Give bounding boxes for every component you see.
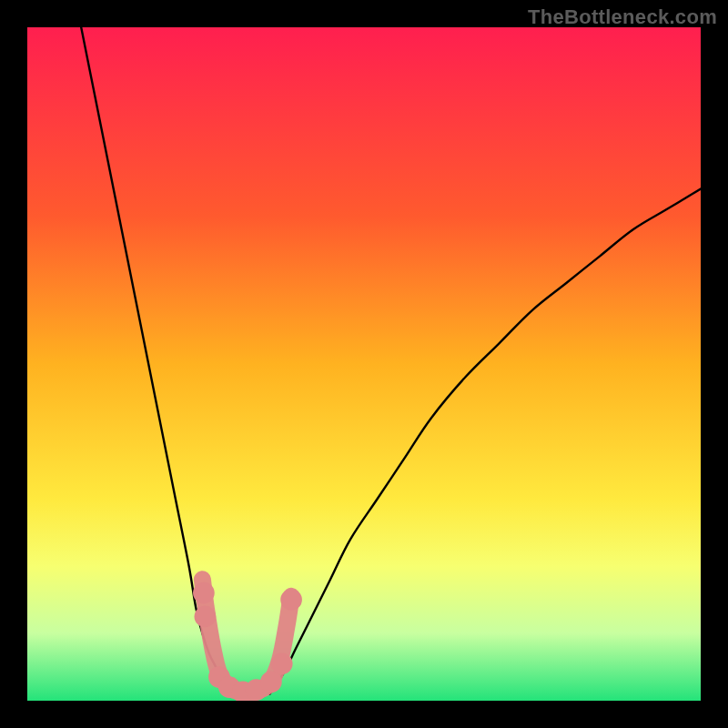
chart-svg	[27, 27, 701, 701]
trough-dot-0	[193, 582, 215, 604]
trough-dot-8	[280, 589, 302, 611]
gradient-background	[27, 27, 701, 701]
watermark-text: TheBottleneck.com	[528, 5, 717, 29]
trough-dot-7	[271, 652, 293, 674]
plot-area	[27, 27, 701, 701]
trough-dot-6	[260, 671, 282, 693]
trough-dot-1	[195, 606, 217, 628]
chart-frame: TheBottleneck.com	[0, 0, 728, 728]
